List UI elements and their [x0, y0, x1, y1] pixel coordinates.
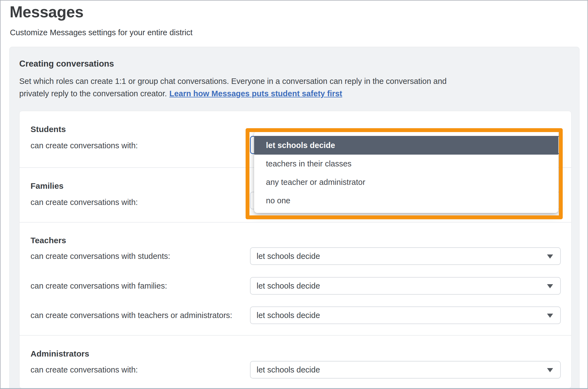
description-line-1: Set which roles can create 1:1 or group …	[19, 75, 571, 87]
chevron-down-icon	[547, 368, 553, 372]
messages-settings-page: { "page": { "title": "Messages", "subtit…	[0, 0, 588, 389]
teachers-students-select[interactable]: let schools decide	[250, 247, 561, 265]
card-heading: Creating conversations	[19, 59, 571, 69]
page-subtitle: Customize Messages settings for your ent…	[10, 28, 193, 37]
dropdown-option-let-schools-decide[interactable]: let schools decide	[254, 136, 558, 155]
chevron-down-icon	[547, 314, 553, 318]
dropdown-option-no-one[interactable]: no one	[254, 191, 558, 210]
student-safety-link[interactable]: Learn how Messages puts student safety f…	[169, 89, 342, 98]
select-value: let schools decide	[257, 365, 320, 374]
card-description: Set which roles can create 1:1 or group …	[19, 75, 571, 100]
select-value: let schools decide	[257, 311, 320, 320]
families-role-name: Families	[31, 182, 64, 190]
teachers-families-select[interactable]: let schools decide	[250, 277, 561, 295]
students-role-name: Students	[31, 125, 66, 133]
teachers-row-label-students: can create conversations with students:	[31, 252, 170, 261]
teachers-row-label-families: can create conversations with families:	[31, 282, 167, 290]
teachers-teachers-admins-select[interactable]: let schools decide	[250, 306, 561, 324]
chevron-down-icon	[547, 284, 553, 288]
administrators-role-name: Administrators	[31, 350, 89, 358]
students-row-label: can create conversations with:	[31, 141, 138, 150]
chevron-down-icon	[547, 254, 553, 259]
creating-conversations-card: Creating conversations Set which roles c…	[9, 47, 579, 389]
administrators-select[interactable]: let schools decide	[250, 361, 561, 379]
description-line-2: privately reply to the conversation crea…	[19, 87, 571, 100]
dropdown-option-teachers-in-their-classes[interactable]: teachers in their classes	[254, 155, 558, 173]
teachers-role-name: Teachers	[31, 236, 66, 245]
families-row-label: can create conversations with:	[31, 198, 138, 207]
roles-panel: Students can create conversations with: …	[19, 111, 571, 388]
select-value: let schools decide	[257, 252, 320, 261]
dropdown-option-any-teacher-or-administrator[interactable]: any teacher or administrator	[254, 173, 558, 191]
select-value: let schools decide	[257, 281, 320, 291]
administrators-row-label: can create conversations with:	[31, 366, 138, 374]
students-select-dropdown: let schools decide teachers in their cla…	[254, 131, 558, 213]
page-title: Messages	[10, 3, 84, 21]
section-administrators: Administrators can create conversations …	[20, 335, 571, 389]
teachers-row-label-teachers-admins: can create conversations with teachers o…	[31, 311, 232, 320]
section-teachers: Teachers can create conversations with s…	[20, 222, 571, 335]
